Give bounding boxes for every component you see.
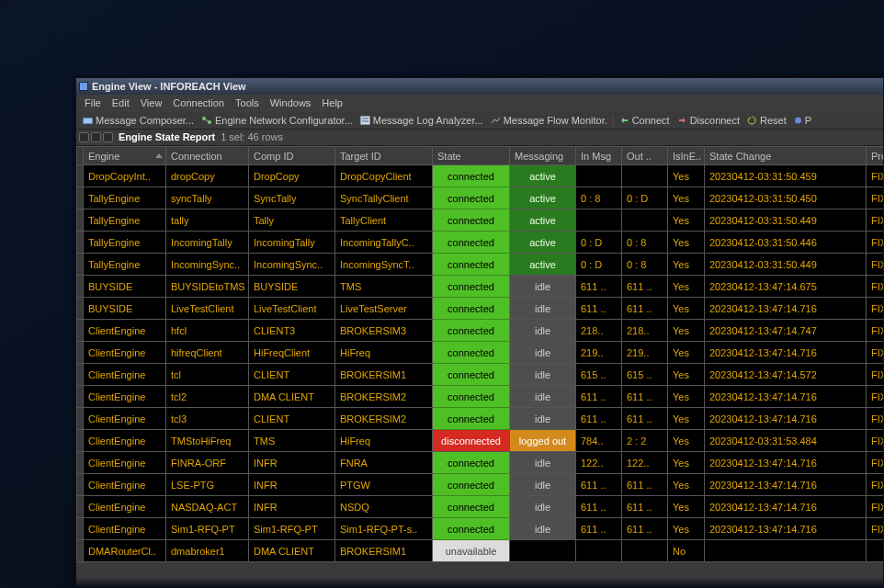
cell-protocol: FIXT.1.1-LSE-PT (867, 474, 885, 496)
table-row[interactable]: TallyEngineIncomingSync..IncomingSync..I… (77, 254, 885, 276)
cell-inmsg: 122.. (576, 452, 622, 474)
menu-view[interactable]: View (136, 96, 167, 109)
row-handle[interactable] (77, 474, 84, 496)
cell-isin: Yes (668, 430, 705, 452)
refresh-icon[interactable] (103, 132, 113, 142)
table-row[interactable]: DMARouterCl..dmabroker1DMA CLIENTBROKERS… (77, 540, 885, 562)
columns-icon[interactable] (91, 132, 101, 142)
cell-state: connected (433, 298, 510, 320)
row-handle[interactable] (77, 364, 84, 386)
filter-icon[interactable] (79, 132, 89, 142)
row-handle[interactable] (77, 298, 84, 320)
table-row[interactable]: BUYSIDEBUYSIDEtoTMSBUYSIDETMSconnectedid… (77, 276, 885, 298)
table-row[interactable]: ClientEngineSim1-RFQ-PTSim1-RFQ-PTSim1-R… (77, 518, 885, 540)
cell-target: IncomingTallyC.. (335, 232, 433, 254)
report-title: Engine State Report (119, 131, 215, 142)
cell-isin: Yes (668, 209, 705, 232)
row-handle[interactable] (77, 209, 84, 232)
connect-button[interactable]: Connect (617, 114, 673, 127)
cell-comp: INFR (249, 496, 335, 518)
cell-target: IncomingSyncT.. (335, 254, 433, 276)
col-protocol[interactable]: Protocol (867, 147, 885, 165)
col-connection[interactable]: Connection (166, 147, 249, 165)
cell-comp: CLIENT (249, 364, 335, 386)
cell-comp: TMS (249, 430, 335, 452)
cell-protocol: FIX.4.2-NASDAQ (867, 496, 885, 518)
cell-target: BROKERSIM1 (335, 540, 433, 562)
table-row[interactable]: ClientEnginehfclCLIENT3BROKERSIM3connect… (77, 320, 885, 342)
table-row[interactable]: ClientEnginetclCLIENTBROKERSIM1connected… (77, 364, 885, 386)
log-analyzer-button[interactable]: Message Log Analyzer... (357, 114, 486, 127)
disconnect-button[interactable]: Disconnect (674, 114, 742, 127)
cell-protocol: FIX.4.2-IR (867, 276, 885, 298)
table-row[interactable]: ClientEngineNASDAQ-ACTINFRNSDQconnectedi… (77, 496, 885, 518)
row-handle[interactable] (77, 430, 84, 452)
cell-connection: dropCopy (166, 165, 249, 187)
col-statechange[interactable]: State Change (705, 147, 867, 165)
table-row[interactable]: ClientEnginetcl3CLIENTBROKERSIM2connecte… (77, 408, 885, 430)
reset-button[interactable]: Reset (744, 114, 789, 127)
row-handle[interactable] (77, 496, 84, 518)
cell-protocol: FIX.4.2-IR (867, 518, 885, 540)
msg-composer-button[interactable]: Message Composer... (80, 114, 197, 127)
row-handle[interactable] (77, 452, 84, 474)
row-handle[interactable] (77, 408, 84, 430)
cell-connection: syncTally (166, 187, 249, 209)
menu-file[interactable]: File (80, 96, 106, 109)
row-handle[interactable] (77, 254, 84, 276)
filter-chips[interactable] (79, 132, 113, 142)
table-row[interactable]: TallyEngineIncomingTallyIncomingTallyInc… (77, 232, 885, 254)
col-isin[interactable]: IsInE.. (668, 147, 705, 165)
menu-edit[interactable]: Edit (108, 96, 134, 109)
col-engine[interactable]: Engine (84, 147, 166, 165)
cell-messaging: idle (510, 364, 576, 386)
flow-monitor-button[interactable]: Message Flow Monitor. (488, 114, 610, 127)
cell-protocol: FIX.4.4-FINRA-C (867, 452, 885, 474)
table-row[interactable]: ClientEnginehifreqClientHiFreqClientHiFr… (77, 342, 885, 364)
row-handle[interactable] (77, 540, 84, 562)
table-row[interactable]: ClientEnginetcl2DMA CLIENTBROKERSIM2conn… (77, 386, 885, 408)
engine-table[interactable]: Engine Connection Comp ID Target ID Stat… (76, 146, 884, 562)
row-handle[interactable] (77, 386, 84, 408)
table-row[interactable]: TallyEnginesyncTallySyncTallySyncTallyCl… (77, 187, 885, 209)
row-handle[interactable] (77, 276, 84, 298)
col-messaging[interactable]: Messaging (510, 147, 576, 165)
cell-engine: ClientEngine (84, 452, 166, 474)
svg-point-7 (795, 118, 801, 124)
col-comp[interactable]: Comp ID (249, 147, 335, 165)
row-handle[interactable] (77, 232, 84, 254)
cell-connection: IncomingTally (166, 232, 249, 254)
titlebar[interactable]: Engine View - INFOREACH View (76, 78, 883, 95)
table-row[interactable]: TallyEnginetallyTallyTallyClientconnecte… (77, 209, 885, 232)
menu-help[interactable]: Help (317, 96, 347, 109)
cell-connection: tally (166, 209, 249, 232)
table-row[interactable]: ClientEngineLSE-PTGINFRPTGWconnectedidle… (77, 474, 885, 496)
menu-connection[interactable]: Connection (168, 96, 229, 109)
cell-connection: dmabroker1 (166, 540, 249, 562)
col-state[interactable]: State (433, 147, 510, 165)
cell-target: DropCopyClient (335, 165, 433, 187)
p-button[interactable]: P (791, 114, 814, 127)
col-outmsg[interactable]: Out .. (622, 147, 668, 165)
cell-state: connected (433, 452, 510, 474)
net-config-button[interactable]: Engine Network Configurator... (198, 114, 356, 127)
table-row[interactable]: BUYSIDELiveTestClientLiveTestClientLiveT… (77, 298, 885, 320)
cell-isin: Yes (668, 518, 705, 540)
row-handle[interactable] (77, 165, 84, 187)
cell-outmsg: 611 .. (622, 496, 668, 518)
row-handle[interactable] (77, 342, 84, 364)
menu-windows[interactable]: Windows (266, 96, 316, 109)
table-row[interactable]: DropCopyInt..dropCopyDropCopyDropCopyCli… (77, 165, 885, 187)
row-handle[interactable] (77, 320, 84, 342)
table-row[interactable]: ClientEngineFINRA-ORFINFRFNRAconnectedid… (77, 452, 885, 474)
table-row[interactable]: ClientEngineTMStoHiFreqTMSHiFreqdisconne… (77, 430, 885, 452)
row-handle[interactable] (77, 518, 84, 540)
flow-icon (491, 116, 501, 125)
cell-inmsg: 0 : 8 (576, 187, 622, 209)
row-handle[interactable] (77, 187, 84, 209)
cell-statechange: 20230412-13:47:14.716 (705, 342, 867, 364)
menu-tools[interactable]: Tools (231, 96, 264, 109)
col-target[interactable]: Target ID (335, 147, 433, 165)
col-inmsg[interactable]: In Msg (576, 147, 622, 165)
cell-statechange: 20230412-13:47:14.747 (705, 320, 867, 342)
